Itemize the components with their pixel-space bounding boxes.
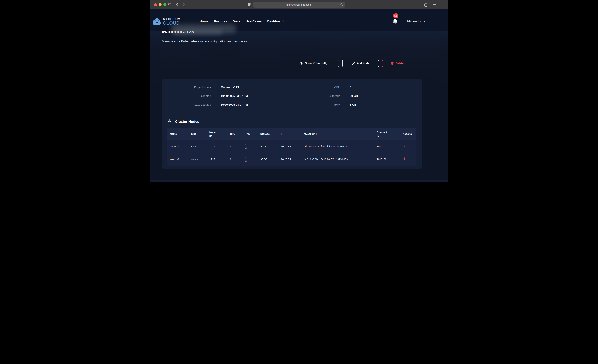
cell-mycelium-ip: 446:d2a6:8bcd:8c16:ff0f:72e2:3114:863f [301,153,374,165]
cell-type: leader [188,140,207,153]
page-subtitle: Manage your Kubernetes cluster configura… [162,40,422,43]
col-storage: Storage [257,128,278,140]
chevron-down-icon [423,20,425,23]
cell-ip: 10.20.3.2 [278,153,301,165]
add-node-button[interactable]: Add Node [342,59,379,67]
main-content: Mahendra123 Manage your Kubernetes clust… [150,28,448,180]
cluster-nodes-title: Cluster Nodes [175,120,199,124]
cluster-nodes-heading: Cluster Nodes [167,119,416,124]
table-row: Master1 leader 7915 2 4 GB 30 GB 10.20.2… [167,140,416,153]
cpu-label: CPU [307,86,340,89]
user-name: Mahendra [407,20,421,23]
col-ip: IP [278,128,301,140]
nav-item-docs[interactable]: Docs [233,20,240,23]
cell-actions [400,140,416,153]
delete-label: Delete [396,62,403,65]
nav-item-home[interactable]: Home [200,20,208,23]
close-window-button[interactable] [154,3,157,6]
cell-mycelium-ip: 5d8:78ea:a120:f40c:ff0f:a5fe:99e6:8b96 [301,140,374,153]
user-menu[interactable]: Mahendra [407,20,425,23]
cell-type: worker [188,153,207,165]
nav-right: 11 Mahendra [392,19,425,24]
forward-icon[interactable] [182,3,186,7]
bell-icon [392,19,398,24]
cell-name: Worker1 [167,153,188,165]
cell-actions [400,153,416,165]
privacy-shield-icon[interactable] [247,2,251,7]
network-nodes-icon [167,119,172,124]
sidebar-toggle-icon[interactable] [167,3,172,7]
new-tab-icon[interactable] [432,3,436,7]
cluster-nodes-table: Name Type Node ID CPU RAM Storage IP Myc… [167,128,416,165]
col-cpu: CPU [227,128,242,140]
cell-storage: 30 GB [257,153,278,165]
col-mycelium-ip: Mycelium IP [301,128,374,140]
col-type: Type [188,128,207,140]
notifications-button[interactable]: 11 [392,19,398,24]
cell-node-id: 1715 [207,153,227,165]
cell-cpu: 2 [227,140,242,153]
address-bar[interactable]: https://myceliumcloud.tf [253,2,345,8]
nav-item-use-cases[interactable]: Use Cases [246,20,262,23]
chrome-right-actions [424,3,444,7]
ram-label: RAM [307,103,340,106]
ram-value: 8 GB [350,103,356,106]
share-icon[interactable] [424,3,428,7]
cloud-logo-icon [152,17,161,25]
nav-item-features[interactable]: Features [214,20,227,23]
minimize-window-button[interactable] [159,3,162,6]
cluster-actions: Show Kubeconfig Add Node [162,59,412,67]
cell-name: Master1 [167,140,188,153]
cell-ram: 4 GB [242,140,258,153]
project-name-label: Project Name [167,86,211,89]
created-label: Created [167,94,211,98]
eye-icon [299,62,303,65]
cell-contract-id: 1613131 [374,140,400,153]
zoom-window-button[interactable] [164,3,166,6]
table-header-row: Name Type Node ID CPU RAM Storage IP Myc… [167,128,416,140]
cluster-info-grid: Project Name Mahendra123 Created 10/29/2… [167,83,416,109]
show-kubeconfig-button[interactable]: Show Kubeconfig [288,59,339,67]
delete-node-button[interactable] [403,144,407,148]
col-name: Name [167,128,188,140]
show-kubeconfig-label: Show Kubeconfig [305,62,327,65]
notification-count-badge: 11 [393,13,398,18]
col-actions: Actions [400,128,416,140]
mycelium-cloud-logo[interactable]: MYCELIUM CLOUD [152,17,180,25]
created-value: 10/29/2025 03:07 PM [221,94,248,98]
nav-links: Home Features Docs Use Cases Dashboard [200,20,284,23]
site-navbar: MYCELIUM CLOUD Home Features Docs Use Ca… [150,9,448,31]
cell-contract-id: 1613132 [374,153,400,165]
storage-value: 60 GB [350,94,358,98]
project-name-value: Mahendra123 [221,86,239,89]
cell-ip: 10.20.2.2 [278,140,301,153]
storage-label: Storage [307,94,340,98]
trash-icon [391,62,394,65]
col-ram: RAM [242,128,258,140]
col-node-id: Node ID [207,128,227,140]
reload-icon[interactable] [340,3,343,7]
pencil-icon [352,62,355,65]
last-updated-value: 10/29/2025 03:07 PM [221,103,248,106]
nav-item-dashboard[interactable]: Dashboard [267,20,284,23]
url-text: https://myceliumcloud.tf [286,3,312,6]
last-updated-label: Last Updated [167,103,211,106]
back-icon[interactable] [175,3,179,7]
add-node-label: Add Node [357,62,369,65]
delete-node-button[interactable] [403,157,407,161]
cpu-value: 4 [350,86,351,89]
cell-node-id: 7915 [207,140,227,153]
col-contract-id: Contract ID [374,128,400,140]
cell-cpu: 2 [227,153,242,165]
delete-cluster-button[interactable]: Delete [382,59,412,67]
logo-wordmark: MYCELIUM CLOUD [163,17,180,25]
browser-chrome: https://myceliumcloud.tf [150,0,448,9]
tab-overview-icon[interactable] [440,3,444,7]
window-controls [154,3,166,6]
browser-window: https://myceliumcloud.tf [150,0,448,182]
cell-ram: 4 GB [242,153,258,165]
cluster-info-card: Project Name Mahendra123 Created 10/29/2… [162,79,422,169]
table-row: Worker1 worker 1715 2 4 GB 30 GB 10.20.3… [167,153,416,165]
cell-storage: 30 GB [257,140,278,153]
